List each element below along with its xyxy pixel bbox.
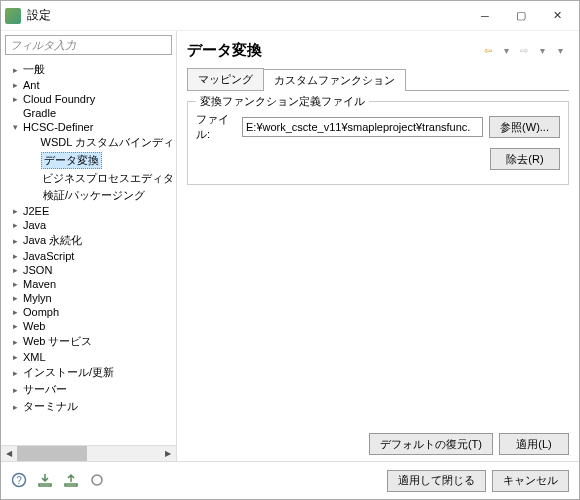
tree-item-label: JSON <box>21 264 54 276</box>
export-icon[interactable] <box>63 472 81 490</box>
tree-item-label: 一般 <box>21 62 47 77</box>
tree-item[interactable]: ▸一般 <box>1 61 176 78</box>
tree-item-label: Web <box>21 320 47 332</box>
chevron-icon[interactable] <box>9 107 21 119</box>
chevron-icon[interactable]: ▸ <box>9 306 21 318</box>
tab-mapping[interactable]: マッピング <box>187 68 264 90</box>
scroll-right-icon[interactable]: ▶ <box>160 446 176 462</box>
import-icon[interactable] <box>37 472 55 490</box>
tree-item[interactable]: ▸XML <box>1 350 176 364</box>
tree-item-label: Mylyn <box>21 292 54 304</box>
tree-item-label: Web サービス <box>21 334 94 349</box>
tree-item[interactable]: 検証/パッケージング <box>1 187 176 204</box>
chevron-icon[interactable]: ▸ <box>9 205 21 217</box>
chevron-icon[interactable]: ▸ <box>9 250 21 262</box>
tree-item-label: ターミナル <box>21 399 80 414</box>
close-button[interactable]: ✕ <box>539 4 575 28</box>
scroll-left-icon[interactable]: ◀ <box>1 446 17 462</box>
refresh-icon[interactable] <box>89 472 107 490</box>
remove-button[interactable]: 除去(R) <box>490 148 560 170</box>
window-title: 設定 <box>27 7 467 24</box>
forward-menu-icon[interactable]: ▾ <box>534 43 550 59</box>
tree-item-label: インストール/更新 <box>21 365 116 380</box>
main-panel: データ変換 ⇦ ▾ ⇨ ▾ ▾ マッピング カスタムファンクション 変換ファンク… <box>177 31 579 461</box>
apply-button[interactable]: 適用(L) <box>499 433 569 455</box>
tree-item[interactable]: WSDL カスタムバインディ <box>1 134 176 151</box>
tree-item[interactable]: ビジネスプロセスエディタ <box>1 170 176 187</box>
help-icon[interactable]: ? <box>11 472 29 490</box>
svg-text:?: ? <box>16 475 22 486</box>
chevron-icon[interactable]: ▸ <box>9 219 21 231</box>
back-menu-icon[interactable]: ▾ <box>498 43 514 59</box>
tree-item[interactable]: ▾HCSC-Definer <box>1 120 176 134</box>
sidebar: フィルタ入力 ▸一般▸Ant▸Cloud FoundryGradle▾HCSC-… <box>1 31 177 461</box>
page-title: データ変換 <box>187 41 479 60</box>
restore-defaults-button[interactable]: デフォルトの復元(T) <box>369 433 493 455</box>
tree-item[interactable]: ▸JSON <box>1 263 176 277</box>
file-path-input[interactable] <box>242 117 483 137</box>
chevron-icon[interactable]: ▸ <box>9 336 21 348</box>
titlebar: 設定 ─ ▢ ✕ <box>1 1 579 31</box>
tab-custom-function[interactable]: カスタムファンクション <box>263 69 406 91</box>
chevron-icon[interactable]: ▸ <box>9 235 21 247</box>
tree-item[interactable]: ▸JavaScript <box>1 249 176 263</box>
chevron-icon[interactable]: ▸ <box>9 401 21 413</box>
tree-item-label: Maven <box>21 278 58 290</box>
chevron-icon[interactable]: ▸ <box>9 79 21 91</box>
tree-item-label: J2EE <box>21 205 51 217</box>
tree-item[interactable]: ▸J2EE <box>1 204 176 218</box>
tree-item-label: XML <box>21 351 48 363</box>
tree-item-label: WSDL カスタムバインディ <box>39 135 176 150</box>
tree-item[interactable]: ▸Java <box>1 218 176 232</box>
tree-item[interactable]: ▸ターミナル <box>1 398 176 415</box>
tree-item[interactable]: ▸Web サービス <box>1 333 176 350</box>
tree-item[interactable]: ▸サーバー <box>1 381 176 398</box>
tree-item-label: Java 永続化 <box>21 233 84 248</box>
tree-item-label: Gradle <box>21 107 58 119</box>
tree-item[interactable]: ▸Mylyn <box>1 291 176 305</box>
chevron-icon[interactable] <box>29 173 40 185</box>
tree-item[interactable]: ▸Java 永続化 <box>1 232 176 249</box>
preferences-tree[interactable]: ▸一般▸Ant▸Cloud FoundryGradle▾HCSC-Definer… <box>1 59 176 445</box>
tree-item[interactable]: ▸Maven <box>1 277 176 291</box>
chevron-icon[interactable]: ▸ <box>9 320 21 332</box>
apply-and-close-button[interactable]: 適用して閉じる <box>387 470 486 492</box>
chevron-icon[interactable]: ▸ <box>9 367 21 379</box>
chevron-icon[interactable]: ▸ <box>9 384 21 396</box>
footer: ? 適用して閉じる キャンセル <box>1 461 579 499</box>
chevron-icon[interactable] <box>29 137 39 149</box>
chevron-icon[interactable]: ▸ <box>9 64 21 76</box>
browse-button[interactable]: 参照(W)... <box>489 116 560 138</box>
horizontal-scrollbar[interactable]: ◀ ▶ <box>1 445 176 461</box>
function-definition-group: 変換ファンクション定義ファイル ファイル: 参照(W)... 除去(R) <box>187 101 569 185</box>
tree-item-label: Cloud Foundry <box>21 93 97 105</box>
tree-item-label: JavaScript <box>21 250 76 262</box>
chevron-icon[interactable]: ▾ <box>9 121 21 133</box>
toolbar-menu-icon[interactable]: ▾ <box>552 43 568 59</box>
forward-icon[interactable]: ⇨ <box>516 43 532 59</box>
tree-item[interactable]: Gradle <box>1 106 176 120</box>
scroll-thumb[interactable] <box>17 446 87 461</box>
filter-input[interactable]: フィルタ入力 <box>5 35 172 55</box>
chevron-icon[interactable] <box>29 155 41 167</box>
chevron-icon[interactable]: ▸ <box>9 351 21 363</box>
back-icon[interactable]: ⇦ <box>480 43 496 59</box>
tree-item[interactable]: ▸インストール/更新 <box>1 364 176 381</box>
tree-item[interactable]: ▸Cloud Foundry <box>1 92 176 106</box>
chevron-icon[interactable] <box>29 190 41 202</box>
chevron-icon[interactable]: ▸ <box>9 264 21 276</box>
maximize-button[interactable]: ▢ <box>503 4 539 28</box>
tree-item[interactable]: ▸Web <box>1 319 176 333</box>
chevron-icon[interactable]: ▸ <box>9 278 21 290</box>
tree-item[interactable]: ▸Oomph <box>1 305 176 319</box>
tree-item[interactable]: ▸Ant <box>1 78 176 92</box>
group-legend: 変換ファンクション定義ファイル <box>196 94 369 109</box>
tree-item-label: 検証/パッケージング <box>41 188 147 203</box>
chevron-icon[interactable]: ▸ <box>9 292 21 304</box>
minimize-button[interactable]: ─ <box>467 4 503 28</box>
tree-item-label: Java <box>21 219 48 231</box>
tree-item-label: Ant <box>21 79 42 91</box>
chevron-icon[interactable]: ▸ <box>9 93 21 105</box>
cancel-button[interactable]: キャンセル <box>492 470 569 492</box>
tree-item[interactable]: データ変換 <box>1 151 176 170</box>
